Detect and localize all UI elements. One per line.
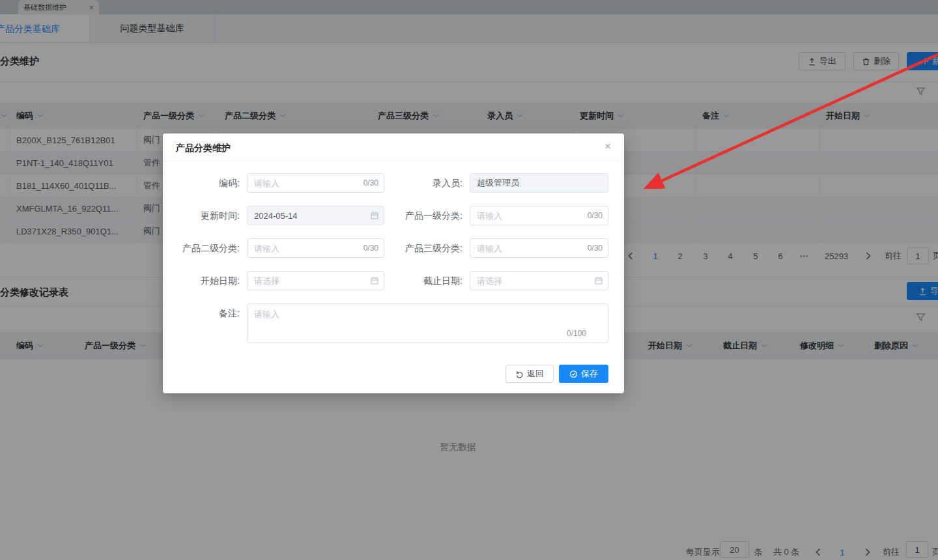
category3-field[interactable]: 0/30 (470, 238, 608, 258)
operator-label: 录入员: (384, 178, 462, 189)
operator-input (470, 173, 608, 193)
update-time-field (247, 206, 384, 225)
category1-label: 产品一级分类: (384, 210, 462, 222)
dialog-title: 产品分类维护 (176, 143, 231, 154)
update-time-input (247, 206, 384, 225)
start-date-label: 开始日期: (168, 275, 240, 287)
end-date-label: 截止日期: (384, 275, 462, 287)
update-time-label: 更新时间: (168, 210, 240, 222)
operator-field (470, 173, 608, 193)
start-date-input[interactable] (247, 271, 384, 290)
char-counter: 0/30 (588, 211, 603, 220)
product-category-dialog: 产品分类维护 × 编码: 0/30 录入员: 更新时间: 产品一级分类: 0/3… (163, 133, 624, 393)
category3-label: 产品三级分类: (384, 243, 462, 255)
category2-field[interactable]: 0/30 (247, 238, 384, 258)
end-date-field[interactable] (470, 271, 608, 290)
code-label: 编码: (168, 178, 240, 189)
back-button[interactable]: 返回 (505, 365, 554, 383)
calendar-icon (594, 276, 603, 285)
calendar-icon (370, 211, 379, 220)
undo-icon (515, 370, 524, 378)
app-window: 基础数据维护 × 产品分类基础库 问题类型基础库 分类维护 导出 删除 新增 (0, 0, 938, 560)
divider (163, 161, 624, 161)
close-icon[interactable]: × (604, 141, 611, 152)
category1-field[interactable]: 0/30 (470, 206, 608, 225)
remark-label: 备注: (168, 308, 240, 320)
end-date-input[interactable] (470, 271, 608, 290)
char-counter: 0/30 (363, 244, 378, 253)
category2-label: 产品二级分类: (168, 243, 240, 255)
start-date-field[interactable] (247, 271, 384, 290)
save-button[interactable]: 保存 (559, 365, 608, 383)
char-counter: 0/100 (567, 329, 586, 338)
char-counter: 0/30 (363, 178, 378, 188)
code-field[interactable]: 0/30 (247, 173, 384, 193)
remark-textarea[interactable] (247, 303, 608, 343)
calendar-icon (370, 276, 379, 285)
check-circle-icon (569, 370, 578, 378)
char-counter: 0/30 (588, 244, 603, 253)
